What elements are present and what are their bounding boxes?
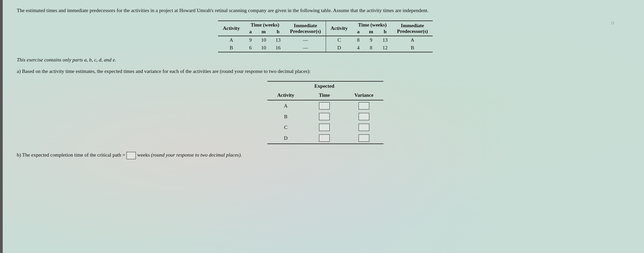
act-d-val-b: 12 [378, 44, 392, 52]
main-table-wrapper: □ Activity Time (weeks) ImmediatePredece… [17, 20, 634, 52]
expected-time-input-a[interactable] [304, 100, 344, 111]
answer-act-col-header: Activity [267, 91, 305, 100]
act-b-val-b: 16 [271, 44, 285, 52]
answer-table: Expected Activity Time Variance A [267, 81, 384, 144]
act-c-val-b: 13 [378, 36, 392, 44]
expected-time-header: Expected [304, 81, 344, 91]
part-b-text: b) The expected completion time of the c… [17, 151, 634, 159]
expected-time-box-d[interactable] [319, 134, 330, 142]
col-a-right: a [353, 29, 365, 36]
act-b-val-m: 10 [257, 44, 271, 52]
answer-row-c: C [267, 122, 384, 133]
col-b-left: b [271, 29, 285, 36]
act-c-label: C [326, 36, 352, 44]
exercise-note: This exercise contains only parts a, b, … [17, 57, 634, 63]
intro-text: The estimated times and immediate predec… [17, 7, 486, 14]
answer-act-b: B [267, 111, 305, 122]
act-a-val-b: 13 [271, 36, 285, 44]
act-a-label: A [218, 36, 245, 44]
variance-box-d[interactable] [359, 134, 369, 142]
act-a-val-a: 9 [245, 36, 257, 44]
expected-time-input-c[interactable] [304, 122, 344, 133]
expected-time-input-d[interactable] [304, 133, 344, 144]
answer-row-b: B [267, 111, 384, 122]
col-m-left: m [257, 29, 271, 36]
act-c-val-m: 9 [364, 36, 378, 44]
time-weeks-header-right: Time (weeks) [353, 21, 392, 29]
critical-path-input[interactable] [126, 152, 136, 159]
copy-icon[interactable]: □ [611, 20, 614, 26]
time-weeks-header-left: Time (weeks) [245, 21, 285, 29]
variance-box-a[interactable] [359, 102, 369, 110]
variance-input-d[interactable] [344, 133, 384, 144]
col-m-right: m [364, 29, 378, 36]
part-a-question: a) Based on the activity time estimates,… [17, 68, 520, 75]
immediate-pred-header-left: ImmediatePredecessor(s) [285, 21, 326, 36]
part-b-weeks: weeks [137, 152, 150, 158]
variance-input-b[interactable] [344, 111, 384, 122]
expected-time-subheader: Time [304, 91, 344, 100]
activity-header: Activity [218, 21, 245, 36]
expected-time-box-c[interactable] [319, 124, 330, 131]
act-b-label: B [218, 44, 245, 52]
answer-act-a: A [267, 100, 305, 111]
left-border-decoration [0, 0, 3, 253]
variance-input-c[interactable] [344, 122, 384, 133]
act-d-label: D [326, 44, 352, 52]
table-row: B 6 10 16 — D 4 8 12 B [218, 44, 433, 52]
act-c-pred: A [392, 36, 433, 44]
page-container: The estimated times and immediate predec… [0, 0, 644, 253]
table-row: A 9 10 13 — C 8 9 13 A [218, 36, 433, 44]
act-a-val-m: 10 [257, 36, 271, 44]
answer-activity-header [267, 81, 305, 91]
act-a-pred: — [285, 36, 326, 44]
expected-time-box-b[interactable] [319, 113, 330, 120]
expected-time-input-b[interactable] [304, 111, 344, 122]
variance-header-top [344, 81, 384, 91]
part-b-label: b) The expected completion time of the c… [17, 152, 125, 158]
variance-box-b[interactable] [359, 113, 369, 120]
immediate-pred-header-right: ImmediatePredecessor(s) [392, 21, 433, 36]
main-data-table: Activity Time (weeks) ImmediatePredecess… [218, 20, 433, 52]
variance-col-header: Variance [344, 91, 384, 100]
act-b-pred: — [285, 44, 326, 52]
act-c-val-a: 8 [353, 36, 365, 44]
act-b-val-a: 6 [245, 44, 257, 52]
activity-header-right: Activity [326, 21, 352, 36]
answer-row-d: D [267, 133, 384, 144]
act-d-val-a: 4 [353, 44, 365, 52]
act-d-pred: B [392, 44, 433, 52]
answer-table-wrapper: Expected Activity Time Variance A [17, 81, 634, 144]
variance-input-a[interactable] [344, 100, 384, 111]
act-d-val-m: 8 [364, 44, 378, 52]
expected-time-box-a[interactable] [319, 102, 330, 110]
answer-row-a: A [267, 100, 384, 111]
variance-box-c[interactable] [359, 124, 369, 131]
answer-act-c: C [267, 122, 305, 133]
col-b-right: b [378, 29, 392, 36]
part-b-note: (round your response to two decimal plac… [151, 152, 242, 158]
answer-act-d: D [267, 133, 305, 144]
col-a-left: a [245, 29, 257, 36]
